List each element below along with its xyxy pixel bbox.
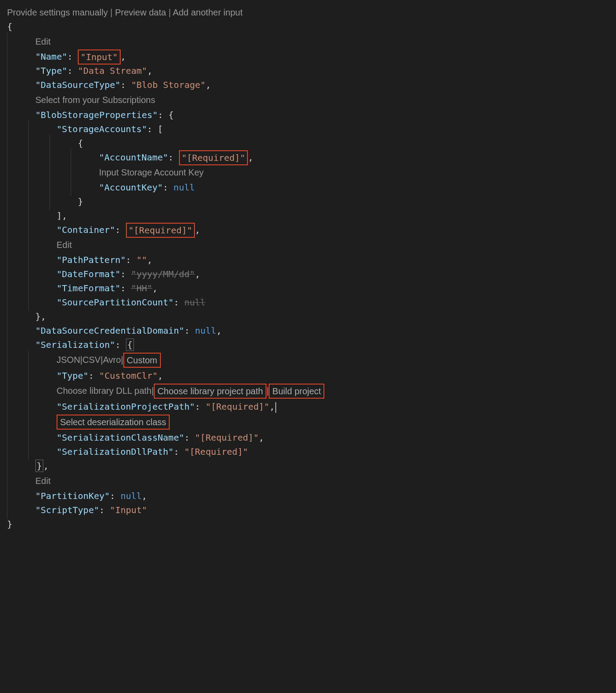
link-select-deser[interactable]: Select deserialization class — [57, 415, 170, 430]
edit-link[interactable]: Edit — [35, 34, 50, 49]
link-select-subs[interactable]: Select from your Subscriptions — [35, 93, 155, 107]
code-line-serprojpath: "SerializationProjectPath": "[Required]"… — [7, 400, 609, 414]
ser-format-csv[interactable]: CSV — [83, 353, 101, 367]
code-line: }, — [7, 459, 609, 473]
ser-format-avro[interactable]: Avro — [103, 353, 121, 367]
code-line: { — [7, 19, 609, 34]
hint-edit: Edit — [7, 34, 609, 50]
code-line-pathpattern: "PathPattern": "", — [7, 253, 609, 267]
link-preview-data[interactable]: Preview data — [115, 8, 166, 17]
code-line: { — [7, 136, 609, 150]
code-line-accountkey: "AccountKey": null — [7, 180, 609, 194]
highlighted-value-accountname[interactable]: "[Required]" — [179, 150, 248, 165]
code-line-datasourcetype: "DataSourceType": "Blob Storage", — [7, 78, 609, 92]
code-line-blobprops: "BlobStorageProperties": { — [7, 108, 609, 122]
hint-select-deser: Select deserialization class — [7, 414, 609, 430]
hint-ser-formats: JSON | CSV | Avro | Custom — [7, 352, 609, 369]
code-line: ], — [7, 209, 609, 223]
code-line-partitionkey: "PartitionKey": null, — [7, 489, 609, 503]
code-line-dateformat: "DateFormat": "yyyy/MM/dd", — [7, 267, 609, 281]
code-line-scripttype: "ScriptType": "Input" — [7, 503, 609, 517]
code-line-serialization: "Serialization": { — [7, 338, 609, 352]
hint-edit-2: Edit — [7, 237, 609, 253]
hint-edit-3: Edit — [7, 473, 609, 489]
code-line-serdll: "SerializationDllPath": "[Required]" — [7, 445, 609, 459]
link-build-project[interactable]: Build project — [269, 384, 324, 399]
hint-storage-key: Input Storage Account Key — [7, 164, 609, 180]
code-line-serclass: "SerializationClassName": "[Required]", — [7, 430, 609, 445]
ser-format-json[interactable]: JSON — [57, 353, 80, 367]
code-line-sourcepartition: "SourcePartitionCount": null — [7, 295, 609, 309]
hint-lib-path: Choose library DLL path | Choose library… — [7, 383, 609, 400]
hint-select-subs: Select from your Subscriptions — [7, 92, 609, 108]
code-line-creddomain: "DataSourceCredentialDomain": null, — [7, 324, 609, 338]
code-line: }, — [7, 309, 609, 324]
code-line-accountname: "AccountName": "[Required]" , — [7, 150, 609, 164]
link-add-input[interactable]: Add another input — [173, 8, 243, 17]
link-provide-settings[interactable]: Provide settings manually — [7, 8, 108, 17]
highlighted-value-name[interactable]: "Input" — [78, 50, 120, 65]
highlighted-value-container[interactable]: "[Required]" — [126, 223, 195, 238]
edit-link-2[interactable]: Edit — [57, 238, 72, 252]
code-line: } — [7, 517, 609, 531]
code-line-type: "Type": "Data Stream", — [7, 64, 609, 78]
edit-link-3[interactable]: Edit — [35, 474, 50, 488]
code-line-storageaccounts: "StorageAccounts": [ — [7, 122, 609, 136]
ser-format-custom[interactable]: Custom — [123, 353, 161, 368]
link-choose-project[interactable]: Choose library project path — [154, 384, 266, 399]
code-line: } — [7, 194, 609, 209]
code-line-timeformat: "TimeFormat": "HH", — [7, 281, 609, 295]
link-storage-key[interactable]: Input Storage Account Key — [99, 165, 204, 179]
code-line-name: "Name": "Input" , — [7, 50, 609, 64]
code-line-sertype: "Type": "CustomClr", — [7, 369, 609, 383]
text-cursor — [275, 402, 276, 413]
top-hint-links: Provide settings manually | Preview data… — [7, 5, 609, 19]
code-line-container: "Container": "[Required]" , — [7, 223, 609, 237]
link-choose-dll[interactable]: Choose library DLL path — [57, 384, 152, 398]
